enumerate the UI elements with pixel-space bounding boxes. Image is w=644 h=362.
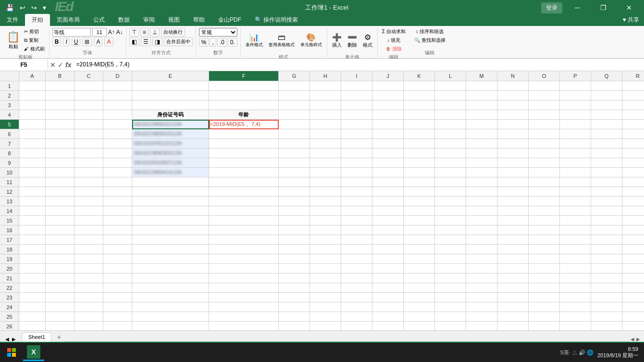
cell-Q2[interactable] bbox=[591, 91, 622, 100]
cell-H11[interactable] bbox=[310, 177, 341, 187]
cell-D8[interactable] bbox=[103, 149, 132, 158]
col-header-O[interactable]: O bbox=[529, 71, 560, 81]
cell-K25[interactable] bbox=[404, 312, 435, 322]
cell-H8[interactable] bbox=[310, 149, 341, 158]
cell-R25[interactable] bbox=[622, 312, 644, 322]
cell-R9[interactable] bbox=[622, 158, 644, 168]
cell-B21[interactable] bbox=[46, 274, 74, 283]
paste-button[interactable]: 📋 粘贴 bbox=[5, 28, 22, 53]
cell-Q6[interactable] bbox=[591, 129, 622, 139]
cell-A14[interactable] bbox=[19, 206, 46, 216]
cell-R12[interactable] bbox=[622, 187, 644, 197]
cell-E15[interactable] bbox=[132, 216, 209, 225]
font-color-button[interactable]: A bbox=[104, 37, 113, 46]
col-header-R[interactable]: R bbox=[622, 71, 644, 81]
cell-K17[interactable] bbox=[404, 235, 435, 245]
cell-K8[interactable] bbox=[404, 149, 435, 158]
cell-F18[interactable] bbox=[209, 245, 279, 254]
cell-H1[interactable] bbox=[310, 81, 341, 91]
cell-M23[interactable] bbox=[466, 293, 497, 302]
cell-F4[interactable]: 年龄 bbox=[209, 110, 279, 120]
cell-K23[interactable] bbox=[404, 293, 435, 302]
cell-I5[interactable] bbox=[341, 120, 372, 129]
cell-L10[interactable] bbox=[435, 168, 466, 177]
cell-P19[interactable] bbox=[560, 254, 591, 264]
cell-D19[interactable] bbox=[103, 254, 132, 264]
cell-L12[interactable] bbox=[435, 187, 466, 197]
cell-J9[interactable] bbox=[372, 158, 404, 168]
cell-K5[interactable] bbox=[404, 120, 435, 129]
cell-A15[interactable] bbox=[19, 216, 46, 225]
cell-C15[interactable] bbox=[74, 216, 103, 225]
cell-N15[interactable] bbox=[497, 216, 529, 225]
cell-M6[interactable] bbox=[466, 129, 497, 139]
cell-D18[interactable] bbox=[103, 245, 132, 254]
cell-I16[interactable] bbox=[341, 225, 372, 235]
cell-L1[interactable] bbox=[435, 81, 466, 91]
cell-L19[interactable] bbox=[435, 254, 466, 264]
cell-E10[interactable]: 330102199504141234 bbox=[132, 168, 209, 177]
tab-review[interactable]: 审阅 bbox=[136, 14, 161, 26]
cell-E9[interactable]: 330102200106071234 bbox=[132, 158, 209, 168]
cell-Q5[interactable] bbox=[591, 120, 622, 129]
cell-I19[interactable] bbox=[341, 254, 372, 264]
cell-N16[interactable] bbox=[497, 225, 529, 235]
tab-pdf[interactable]: 金山PDF bbox=[211, 14, 248, 26]
cell-G19[interactable] bbox=[279, 254, 310, 264]
cell-O9[interactable] bbox=[529, 158, 560, 168]
conditional-format-button[interactable]: 📊 条件格式 bbox=[244, 28, 265, 53]
cell-O11[interactable] bbox=[529, 177, 560, 187]
cell-R17[interactable] bbox=[622, 235, 644, 245]
cell-K3[interactable] bbox=[404, 100, 435, 110]
cell-B23[interactable] bbox=[46, 293, 74, 302]
cell-P18[interactable] bbox=[560, 245, 591, 254]
cell-J8[interactable] bbox=[372, 149, 404, 158]
cell-P7[interactable] bbox=[560, 139, 591, 149]
cell-Q1[interactable] bbox=[591, 81, 622, 91]
cell-P17[interactable] bbox=[560, 235, 591, 245]
cell-D24[interactable] bbox=[103, 302, 132, 312]
cell-A3[interactable] bbox=[19, 100, 46, 110]
cell-G15[interactable] bbox=[279, 216, 310, 225]
cell-C1[interactable] bbox=[74, 81, 103, 91]
cell-G22[interactable] bbox=[279, 283, 310, 293]
cell-R5[interactable] bbox=[622, 120, 644, 129]
sheet-tab-sheet1[interactable]: Sheet1 bbox=[22, 332, 51, 342]
cell-C18[interactable] bbox=[74, 245, 103, 254]
cell-A7[interactable] bbox=[19, 139, 46, 149]
cell-F19[interactable] bbox=[209, 254, 279, 264]
col-header-N[interactable]: N bbox=[497, 71, 529, 81]
cell-I7[interactable] bbox=[341, 139, 372, 149]
cell-F20[interactable] bbox=[209, 264, 279, 274]
cell-A19[interactable] bbox=[19, 254, 46, 264]
cell-J3[interactable] bbox=[372, 100, 404, 110]
cell-P20[interactable] bbox=[560, 264, 591, 274]
cell-Q22[interactable] bbox=[591, 283, 622, 293]
tab-help[interactable]: 帮助 bbox=[186, 14, 211, 26]
cell-O25[interactable] bbox=[529, 312, 560, 322]
cell-J25[interactable] bbox=[372, 312, 404, 322]
cell-J10[interactable] bbox=[372, 168, 404, 177]
cell-J13[interactable] bbox=[372, 197, 404, 206]
col-header-K[interactable]: K bbox=[404, 71, 435, 81]
align-middle-button[interactable]: ≡ bbox=[140, 28, 149, 37]
cell-P11[interactable] bbox=[560, 177, 591, 187]
cell-Q10[interactable] bbox=[591, 168, 622, 177]
cell-D25[interactable] bbox=[103, 312, 132, 322]
cell-R24[interactable] bbox=[622, 302, 644, 312]
cell-C13[interactable] bbox=[74, 197, 103, 206]
cell-Q23[interactable] bbox=[591, 293, 622, 302]
cell-I2[interactable] bbox=[341, 91, 372, 100]
customize-quick-access-button[interactable]: ▾ bbox=[41, 3, 48, 12]
cell-F7[interactable] bbox=[209, 139, 279, 149]
confirm-formula-icon[interactable]: ✓ bbox=[58, 61, 63, 69]
cell-G16[interactable] bbox=[279, 225, 310, 235]
cell-F26[interactable] bbox=[209, 322, 279, 330]
cell-I6[interactable] bbox=[341, 129, 372, 139]
cell-H20[interactable] bbox=[310, 264, 341, 274]
cell-D26[interactable] bbox=[103, 322, 132, 330]
cell-F25[interactable] bbox=[209, 312, 279, 322]
cell-R20[interactable] bbox=[622, 264, 644, 274]
cell-D9[interactable] bbox=[103, 158, 132, 168]
cell-M1[interactable] bbox=[466, 81, 497, 91]
